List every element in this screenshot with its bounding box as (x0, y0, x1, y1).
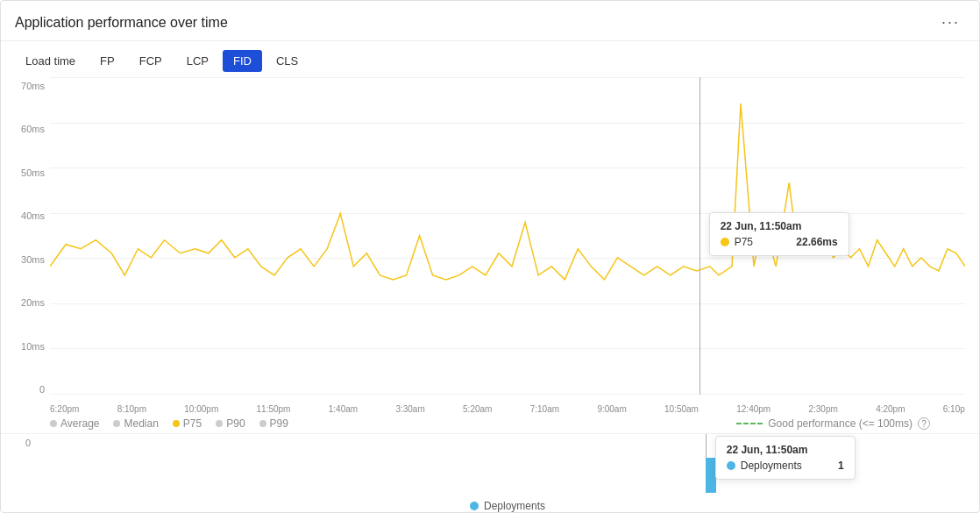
y-label-70: 70ms (15, 81, 50, 91)
dep-tooltip-label: Deployments (741, 460, 802, 472)
y-label-10: 10ms (15, 341, 50, 352)
y-axis: 0 10ms 20ms 30ms 40ms 50ms 60ms 70ms (15, 77, 50, 414)
tab-fcp[interactable]: FCP (129, 50, 173, 72)
legend-dot-p75 (173, 420, 180, 427)
legend-good-performance: Good performance (<= 100ms) ? (736, 417, 930, 430)
tooltip-dot (721, 238, 729, 246)
y-label-0: 0 (15, 384, 50, 395)
metric-tabs: Load time FP FCP LCP FID CLS (1, 41, 979, 77)
x-label-11: 2:30pm (808, 404, 837, 414)
x-label-13: 6:10p (943, 404, 965, 414)
more-options-button[interactable]: ··· (936, 11, 965, 33)
tooltip-row: P75 22.66ms (721, 236, 838, 248)
dep-tooltip-date: 22 Jun, 11:50am (727, 444, 844, 456)
y-label-40: 40ms (15, 210, 50, 221)
y-label-20: 20ms (15, 297, 50, 308)
deployment-center-label: Deployments (470, 500, 545, 512)
x-label-12: 4:20pm (876, 404, 905, 414)
chart-legend: Average Median P75 P90 P99 Good performa… (15, 414, 965, 433)
legend-dot-median (113, 420, 120, 427)
dep-tooltip-row: Deployments 1 (727, 460, 844, 472)
grid-line (50, 348, 965, 349)
legend-label-p75: P75 (183, 417, 202, 430)
main-chart-container: 0 10ms 20ms 30ms 40ms 50ms 60ms 70ms (15, 77, 965, 414)
chart-tooltip: 22 Jun, 11:50am P75 22.66ms (709, 212, 849, 256)
chart-drawing-area: 22 Jun, 11:50am P75 22.66ms 6:20pm 8:10p… (50, 77, 965, 414)
y-label-50: 50ms (15, 167, 50, 178)
tab-cls[interactable]: CLS (266, 50, 309, 72)
legend-p99: P99 (259, 417, 288, 430)
dep-tooltip-value: 1 (838, 460, 844, 472)
legend-median: Median (113, 417, 158, 430)
application-performance-card: Application performance over time ··· Lo… (0, 0, 980, 513)
legend-dot-p99 (259, 420, 266, 427)
legend-good-label: Good performance (<= 100ms) (768, 417, 913, 430)
deployment-dot-icon (470, 502, 479, 510)
legend-label-p99: P99 (270, 417, 288, 430)
x-label-4: 1:40am (329, 404, 358, 414)
legend-label-average: Average (60, 417, 99, 430)
x-label-3: 11:50pm (257, 404, 291, 414)
question-mark-icon[interactable]: ? (918, 417, 930, 430)
dep-y-label-0: 0 (25, 438, 31, 448)
y-label-30: 30ms (15, 254, 50, 265)
legend-label-median: Median (124, 417, 158, 430)
card-title: Application performance over time (15, 15, 228, 31)
tab-fp[interactable]: FP (89, 50, 125, 72)
tab-fid[interactable]: FID (223, 50, 262, 72)
x-label-9: 10:50am (664, 404, 699, 414)
x-label-6: 5:20am (463, 404, 492, 414)
tooltip-date: 22 Jun, 11:50am (721, 220, 838, 232)
x-label-7: 7:10am (530, 404, 559, 414)
dep-tooltip-dot (727, 461, 735, 470)
x-axis: 6:20pm 8:10pm 10:00pm 11:50pm 1:40am 3:3… (50, 395, 965, 414)
x-label-2: 10:00pm (184, 404, 218, 414)
deployment-section: 0 22 Jun, 11:50am Deployments 1 (1, 433, 979, 512)
deployment-y-axis: 0 (1, 434, 36, 512)
deployment-label: Deployments (484, 500, 545, 512)
dashed-line-icon (736, 423, 763, 424)
legend-dot-p90 (216, 420, 223, 427)
legend-p75: P75 (173, 417, 202, 430)
line-chart-svg (50, 77, 965, 306)
card-header: Application performance over time ··· (1, 1, 979, 41)
deployment-tooltip: 22 Jun, 11:50am Deployments 1 (715, 436, 856, 480)
x-label-1: 8:10pm (117, 404, 146, 414)
tab-load-time[interactable]: Load time (15, 50, 86, 72)
deployment-chart-area: 22 Jun, 11:50am Deployments 1 Deployment… (36, 434, 979, 512)
legend-label-p90: P90 (226, 417, 245, 430)
legend-average: Average (50, 417, 99, 430)
tab-lcp[interactable]: LCP (176, 50, 219, 72)
x-label-10: 12:40pm (736, 404, 771, 414)
tooltip-metric-value: 22.66ms (796, 236, 837, 248)
main-chart-section: 0 10ms 20ms 30ms 40ms 50ms 60ms 70ms (1, 77, 979, 433)
y-label-60: 60ms (15, 124, 50, 134)
x-label-5: 3:30am (395, 404, 424, 414)
tooltip-metric-label: P75 (735, 236, 753, 248)
x-label-0: 6:20pm (50, 404, 79, 414)
legend-p90: P90 (216, 417, 245, 430)
legend-dot-average (50, 420, 57, 427)
deployment-x-labels: Deployments (36, 493, 979, 512)
marker-line (699, 77, 700, 395)
x-label-8: 9:00am (597, 404, 626, 414)
